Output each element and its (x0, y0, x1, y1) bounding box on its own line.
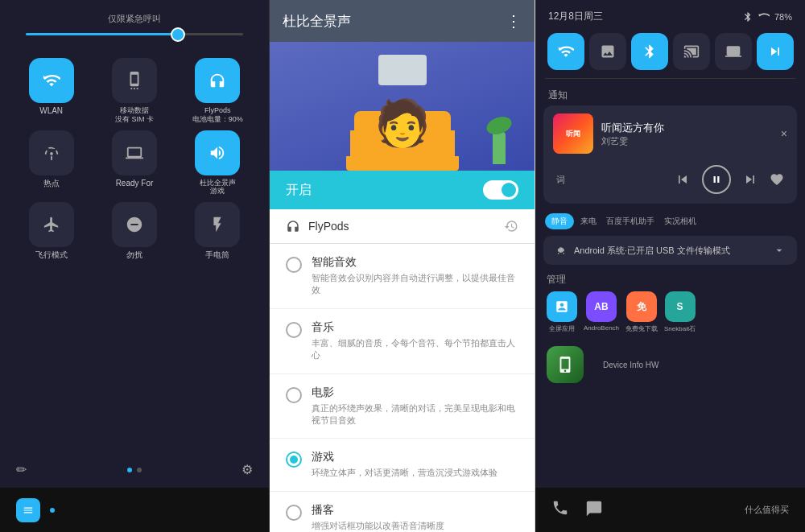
radio-podcast[interactable] (286, 505, 302, 521)
wlan-icon[interactable] (29, 58, 74, 103)
manage-apps-row: 全屏应用 AB AndroBench 免 免费兔下载 S Snekbait石 (547, 291, 794, 336)
radio-movie[interactable] (286, 387, 302, 403)
qs-item-mobile[interactable]: 移动数据 没有 SIM 卡 (96, 58, 172, 124)
music-artist: 刘艺雯 (601, 135, 773, 147)
manage-app-2[interactable]: AB AndroBench (584, 291, 619, 333)
right-qs-wifi[interactable] (547, 33, 584, 70)
dolby-mode-game[interactable]: 游戏 环绕立体声，对话更清晰，营造沉浸式游戏体验 (270, 439, 535, 491)
radio-game[interactable] (286, 452, 302, 468)
dolby-toggle[interactable] (483, 180, 518, 200)
qs-item-airplane[interactable]: 飞行模式 (13, 202, 89, 260)
divider (545, 78, 795, 79)
date-label: 12月8日周三 (548, 10, 603, 23)
mode-movie-title: 电影 (312, 386, 518, 400)
edit-icon[interactable]: ✏ (16, 462, 27, 477)
person-icon: 🧑 (374, 97, 431, 150)
device-info-label: Device Info HW (592, 361, 670, 369)
dolby-enable-row[interactable]: 开启 (270, 171, 535, 209)
airplane-label: 飞行模式 (35, 250, 68, 260)
brightness-thumb[interactable] (171, 27, 185, 42)
mode-movie-text: 电影 真正的环绕声效果，清晰的对话，完美呈现电影和电视节目音效 (312, 386, 518, 427)
prev-button[interactable] (675, 171, 691, 188)
manage-app-icon-3[interactable]: 免 (626, 291, 657, 322)
dolby-mode-podcast[interactable]: 播客 增强对话框功能以改善语音清晰度 (270, 492, 535, 532)
silent-label-4: 实况相机 (664, 216, 696, 227)
manage-app-icon-1[interactable] (547, 291, 577, 322)
music-card-bottom: 词 (543, 162, 797, 204)
notif-label: 通知 (535, 84, 805, 105)
flypods-icon[interactable] (195, 58, 240, 103)
plant-decoration (493, 132, 506, 164)
qs-item-wlan[interactable]: WLAN (13, 58, 89, 124)
manage-app-4[interactable]: S Snekbait石 (664, 291, 696, 333)
dnd-icon[interactable] (112, 202, 157, 247)
music-close-button[interactable]: × (781, 127, 787, 140)
right-dock-icons (551, 499, 603, 521)
sofa-base (346, 156, 459, 171)
mode-podcast-desc: 增强对话框功能以改善语音清晰度 (312, 520, 444, 532)
qs-item-hotspot[interactable]: 热点 (13, 130, 89, 196)
mode-smart-text: 智能音效 智能音效会识别内容并自动进行调整，以提供最佳音效 (312, 255, 518, 297)
radio-smart[interactable] (286, 257, 302, 273)
status-icons: 78% (742, 11, 792, 23)
dolby-mode-movie[interactable]: 电影 真正的环绕声效果，清晰的对话，完美呈现电影和电视节目音效 (270, 374, 535, 439)
dolby-menu-icon[interactable]: ⋮ (506, 11, 522, 31)
usb-notification: Android 系统·已开启 USB 文件传输模式 (543, 236, 797, 265)
readyfor-icon[interactable] (112, 130, 157, 175)
dnd-label: 勿扰 (126, 250, 142, 260)
mode-smart-desc: 智能音效会识别内容并自动进行调整，以提供最佳音效 (312, 272, 518, 297)
dock-icon (16, 498, 40, 522)
qs-item-flypods[interactable]: FlyPods 电池电量：90% (180, 58, 256, 124)
gear-icon[interactable]: ⚙ (242, 462, 253, 477)
device-info-icon[interactable] (547, 346, 584, 383)
pause-button[interactable] (702, 165, 731, 194)
dolby-mode-smart[interactable]: 智能音效 智能音效会识别内容并自动进行调整，以提供最佳音效 (270, 244, 535, 309)
manage-app-icon-4[interactable]: S (665, 291, 696, 322)
manage-app-icon-2[interactable]: AB (586, 291, 617, 322)
brightness-slider[interactable] (13, 33, 256, 35)
flashlight-label: 手电筒 (205, 250, 229, 260)
manage-label: 管理 (547, 273, 794, 287)
right-qs-media[interactable] (757, 33, 794, 70)
page-dots (127, 468, 142, 472)
next-button[interactable] (742, 171, 758, 188)
dock-msg-icon[interactable] (585, 500, 603, 521)
hotspot-icon[interactable] (29, 130, 74, 175)
dolby-icon[interactable] (195, 130, 240, 175)
dot-2 (137, 468, 142, 472)
right-qs-cast[interactable] (673, 33, 710, 70)
battery-label: 78% (774, 12, 792, 22)
brightness-fill (26, 33, 178, 35)
mode-music-title: 音乐 (312, 320, 518, 335)
qs-item-readyfor[interactable]: Ready For (96, 130, 172, 196)
mode-game-title: 游戏 (312, 450, 497, 464)
manage-app-1[interactable]: 全屏应用 (547, 291, 577, 333)
dolby-modes: 智能音效 智能音效会识别内容并自动进行调整，以提供最佳音效 音乐 丰富、细腻的音… (270, 244, 535, 532)
manage-app-3[interactable]: 免 免费兔下载 (625, 291, 658, 333)
right-qs-bt[interactable] (631, 33, 668, 70)
qs-item-flashlight[interactable]: 手电筒 (180, 202, 256, 260)
android-icon (555, 244, 568, 257)
mode-smart-title: 智能音效 (312, 255, 518, 270)
heart-button[interactable] (770, 172, 784, 187)
airplane-icon[interactable] (29, 202, 74, 247)
silent-label-2: 来电 (580, 216, 597, 227)
radio-music[interactable] (286, 322, 302, 338)
readyfor-label: Ready For (116, 179, 154, 188)
qs-item-dolby[interactable]: 杜比全景声 游戏 (180, 130, 256, 196)
history-icon[interactable] (504, 219, 518, 233)
mobile-icon[interactable] (112, 58, 157, 103)
expand-icon[interactable] (773, 244, 786, 257)
qs-item-dnd[interactable]: 勿扰 (96, 202, 172, 260)
right-qs-noimg[interactable] (589, 33, 626, 70)
silent-row: 静音 来电 百度手机助手 实况相机 (535, 210, 805, 233)
dolby-mode-music[interactable]: 音乐 丰富、细腻的音质，令每个音符、每个节拍都直击人心 (270, 309, 535, 374)
dock-phone-icon[interactable] (551, 499, 569, 521)
lyrics-tab[interactable]: 词 (556, 174, 565, 186)
mode-game-text: 游戏 环绕立体声，对话更清晰，营造沉浸式游戏体验 (312, 450, 497, 479)
mode-game-desc: 环绕立体声，对话更清晰，营造沉浸式游戏体验 (312, 467, 497, 479)
mode-podcast-title: 播客 (312, 503, 444, 518)
qs-footer: ✏ ⚙ (0, 456, 269, 484)
right-qs-screen[interactable] (715, 33, 752, 70)
flashlight-icon[interactable] (195, 202, 240, 247)
